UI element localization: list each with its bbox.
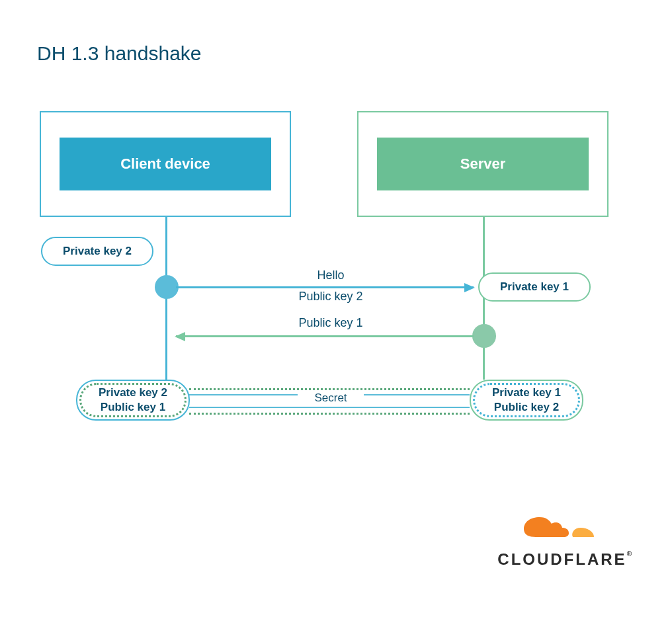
cloudflare-logo: CLOUDFLARE [497,509,634,569]
client-box: Client device [40,111,291,217]
msg-server-public-key: Public key 1 [231,316,430,330]
cloudflare-cloud-icon [509,509,622,545]
msg-client-public-key: Public key 2 [231,290,430,304]
secret-channel-border-top [189,388,470,390]
arrow-client-to-server [176,286,474,288]
client-secret-line1: Private key 2 [99,386,167,400]
client-secret-pill: Private key 2 Public key 1 [76,380,190,421]
client-private-key-pill: Private key 2 [41,237,153,266]
server-secret-pill: Private key 1 Public key 2 [470,380,583,421]
client-send-node [155,275,179,299]
secret-label: Secret [298,392,364,405]
client-label: Client device [60,138,271,190]
server-secret-line1: Private key 1 [492,386,561,400]
secret-channel-border-bottom [189,413,470,415]
diagram-title: DH 1.3 handshake [37,42,202,65]
msg-hello: Hello [231,268,430,282]
server-send-node [472,324,496,348]
server-label: Server [377,138,589,190]
secret-channel-line-bottom [189,407,470,408]
server-private-key-pill: Private key 1 [478,272,591,302]
server-box: Server [357,111,609,217]
arrow-server-to-client [176,335,474,337]
cloudflare-wordmark: CLOUDFLARE [497,550,634,569]
client-secret-line2: Public key 1 [101,400,165,415]
server-secret-line2: Public key 2 [494,400,559,415]
